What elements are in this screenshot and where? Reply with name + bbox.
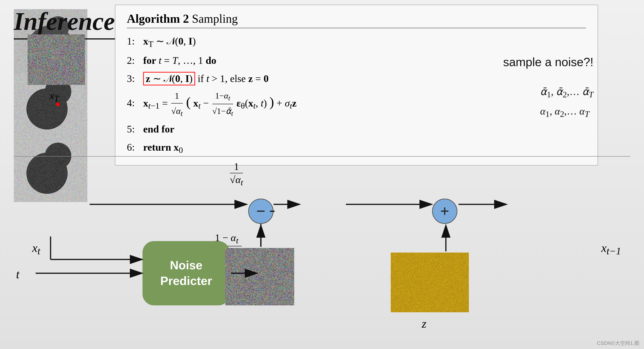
z-label: z: [422, 317, 426, 331]
xt-label: xt: [32, 241, 40, 257]
frac-above-numerator: 1: [230, 161, 243, 173]
alpha-annotation: ᾱ1, ᾱ2,… ᾱT α1, α2,… αT: [540, 83, 594, 122]
t-label: t: [16, 268, 19, 281]
algorithm-box: Algorithm 2 Sampling 1: xT ∼ 𝒩(0, I) 2: …: [115, 4, 598, 166]
xt-small-image: [28, 34, 85, 85]
minus-circle: −: [248, 199, 274, 224]
algo-line-4: 4: xt−1 = 1 √αt ( xt − 1−αt √1−ᾱt εθ(xt,…: [127, 88, 586, 120]
algorithm-title: Algorithm 2 Sampling: [127, 12, 586, 28]
algo-line-6: 6: return x0: [127, 139, 586, 157]
plus-circle: +: [432, 199, 457, 224]
noise-predicted-image: [225, 248, 294, 305]
section-divider: [14, 156, 630, 157]
algo-line-3: 3: z ∼ 𝒩(0, I) if t > 1, else z = 0: [127, 70, 586, 87]
fraction-above-minus: 1 √αt: [230, 161, 243, 187]
alpha-line: α1, α2,… αT: [540, 102, 594, 122]
cat-output-image: [14, 138, 87, 202]
z-noise-image: [391, 253, 469, 312]
frac-above-denominator: √αt: [230, 174, 243, 187]
noise-predicter-box: NoisePredicter: [142, 241, 230, 305]
watermark: CSDN©大空间1.图: [597, 340, 640, 347]
algo-line-5: 5: end for: [127, 121, 586, 138]
algo-line-1: 1: xT ∼ 𝒩(0, I): [127, 33, 586, 51]
alpha-bar-line: ᾱ1, ᾱ2,… ᾱT: [540, 83, 594, 102]
main-container: Inference xT Algorithm 2 Sampling 1: xT …: [0, 0, 644, 349]
sample-noise-annotation: sample a noise?!: [503, 55, 594, 69]
xt-small-label: xT: [50, 89, 59, 104]
xt1-label: xt−1: [601, 241, 621, 257]
